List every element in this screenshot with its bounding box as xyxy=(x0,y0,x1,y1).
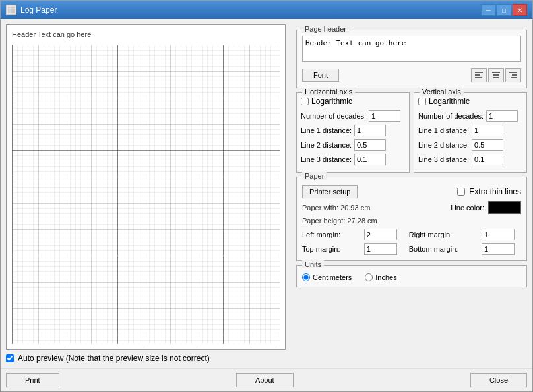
align-left-button[interactable] xyxy=(471,68,487,82)
v-line2-row: Line 2 distance: xyxy=(418,139,522,151)
v-decades-input[interactable] xyxy=(486,110,518,122)
inches-radio[interactable] xyxy=(365,273,373,281)
centimeters-label: Centimeters xyxy=(313,273,352,281)
top-margin-input[interactable] xyxy=(364,243,397,255)
paper-inner: Printer setup Extra thin lines Paper wit… xyxy=(302,185,521,255)
v-line2-input[interactable] xyxy=(472,139,503,151)
close-window-button[interactable]: ✕ xyxy=(513,4,527,16)
inches-label: Inches xyxy=(375,273,396,281)
minimize-button[interactable]: ─ xyxy=(481,4,495,16)
h-logarithmic-row: Logarithmic xyxy=(301,97,405,106)
centimeters-radio[interactable] xyxy=(302,273,310,281)
auto-preview-label: Auto preview (Note that the preview size… xyxy=(18,354,210,363)
v-line3-input[interactable] xyxy=(472,154,503,165)
close-button[interactable]: Close xyxy=(470,373,527,387)
h-line2-row: Line 2 distance: xyxy=(301,139,405,151)
page-header-textarea[interactable] xyxy=(302,36,521,62)
centimeters-row: Centimeters xyxy=(302,273,352,281)
h-line3-row: Line 3 distance: xyxy=(301,154,405,165)
vertical-axis-group: Vertical axis Logarithmic Number of deca… xyxy=(414,92,527,173)
extra-thin-checkbox[interactable] xyxy=(457,188,465,196)
preview-header-text: Header Text can go here xyxy=(12,30,91,38)
auto-preview-checkbox[interactable] xyxy=(6,354,14,362)
align-center-button[interactable] xyxy=(488,68,504,82)
font-row: Font xyxy=(302,68,521,82)
preview-panel: Header Text can go here xyxy=(1,19,291,368)
paper-height: Paper height: 27.28 cm xyxy=(302,217,377,225)
preview-area: Header Text can go here xyxy=(6,24,286,350)
bottom-margin-label: Bottom margin: xyxy=(409,245,476,253)
title-bar-controls: ─ □ ✕ xyxy=(481,4,527,16)
align-buttons xyxy=(471,68,521,82)
align-right-button[interactable] xyxy=(505,68,521,82)
horizontal-axis-group: Horizontal axis Logarithmic Number of de… xyxy=(296,92,410,173)
h-line3-label: Line 3 distance: xyxy=(301,155,352,163)
h-logarithmic-label: Logarithmic xyxy=(311,97,352,106)
left-margin-label: Left margin: xyxy=(302,231,359,238)
svg-rect-0 xyxy=(7,6,15,14)
bottom-buttons: Print About Close xyxy=(1,368,532,391)
units-group: Units Centimeters Inches xyxy=(296,265,527,287)
maximize-button[interactable]: □ xyxy=(497,4,511,16)
paper-size-row: Paper with: 20.93 cm Line color: xyxy=(302,201,521,214)
window-title: Log Paper xyxy=(20,5,57,14)
left-margin-input[interactable] xyxy=(364,229,397,240)
horizontal-axis-title: Horizontal axis xyxy=(302,88,355,96)
printer-row: Printer setup Extra thin lines xyxy=(302,185,521,198)
v-line1-input[interactable] xyxy=(472,125,503,136)
title-bar: Log Paper ─ □ ✕ xyxy=(1,1,532,19)
line-color-label: Line color: xyxy=(451,204,484,211)
paper-group: Paper Printer setup Extra thin lines Pap… xyxy=(296,177,527,261)
h-line2-input[interactable] xyxy=(354,139,386,151)
svg-rect-5 xyxy=(12,45,280,344)
v-logarithmic-row: Logarithmic xyxy=(418,97,522,106)
auto-preview-row: Auto preview (Note that the preview size… xyxy=(6,350,286,363)
v-line3-row: Line 3 distance: xyxy=(418,154,522,165)
h-decades-label: Number of decades: xyxy=(301,112,366,120)
printer-setup-button[interactable]: Printer setup xyxy=(302,185,358,198)
h-line1-label: Line 1 distance: xyxy=(301,126,352,134)
v-logarithmic-label: Logarithmic xyxy=(429,97,470,106)
v-line1-label: Line 1 distance: xyxy=(418,126,469,134)
main-content: Header Text can go here xyxy=(1,19,532,368)
paper-height-row: Paper height: 27.28 cm xyxy=(302,217,521,225)
axes-row: Horizontal axis Logarithmic Number of de… xyxy=(296,92,527,173)
title-bar-left: Log Paper xyxy=(6,5,57,15)
h-line2-label: Line 2 distance: xyxy=(301,141,352,149)
v-line3-label: Line 3 distance: xyxy=(418,155,469,163)
v-decades-label: Number of decades: xyxy=(418,112,484,120)
v-line2-label: Line 2 distance: xyxy=(418,141,469,149)
right-panel: Page header Font xyxy=(291,19,532,368)
right-margin-input[interactable] xyxy=(482,229,515,240)
h-line3-input[interactable] xyxy=(354,154,386,165)
h-decades-row: Number of decades: xyxy=(301,110,405,122)
bottom-margin-input[interactable] xyxy=(482,243,515,255)
log-grid-svg xyxy=(12,45,280,344)
extra-thin-label: Extra thin lines xyxy=(469,187,521,196)
top-margin-label: Top margin: xyxy=(302,245,359,253)
h-decades-input[interactable] xyxy=(369,110,400,122)
units-group-title: Units xyxy=(302,260,324,268)
v-logarithmic-checkbox[interactable] xyxy=(418,98,426,105)
paper-width: Paper with: 20.93 cm xyxy=(302,204,370,211)
paper-group-title: Paper xyxy=(302,172,327,180)
about-button[interactable]: About xyxy=(236,373,294,387)
h-logarithmic-checkbox[interactable] xyxy=(301,98,309,105)
right-margin-label: Right margin: xyxy=(409,231,476,238)
line-color-box[interactable] xyxy=(488,201,521,214)
page-header-group: Page header Font xyxy=(296,30,527,88)
vertical-axis-title: Vertical axis xyxy=(420,88,464,96)
margin-grid: Left margin: Right margin: Top margin: B… xyxy=(302,229,521,255)
inches-row: Inches xyxy=(365,273,396,281)
grid-paper xyxy=(12,45,280,344)
page-header-group-title: Page header xyxy=(302,25,349,33)
main-window: Log Paper ─ □ ✕ Header Text can go here xyxy=(0,0,533,392)
v-decades-row: Number of decades: xyxy=(418,110,522,122)
h-line1-input[interactable] xyxy=(354,125,386,136)
h-line1-row: Line 1 distance: xyxy=(301,125,405,136)
font-button[interactable]: Font xyxy=(302,69,339,82)
v-line1-row: Line 1 distance: xyxy=(418,125,522,136)
print-button[interactable]: Print xyxy=(6,373,59,387)
app-icon xyxy=(6,5,16,15)
units-row: Centimeters Inches xyxy=(302,273,521,281)
